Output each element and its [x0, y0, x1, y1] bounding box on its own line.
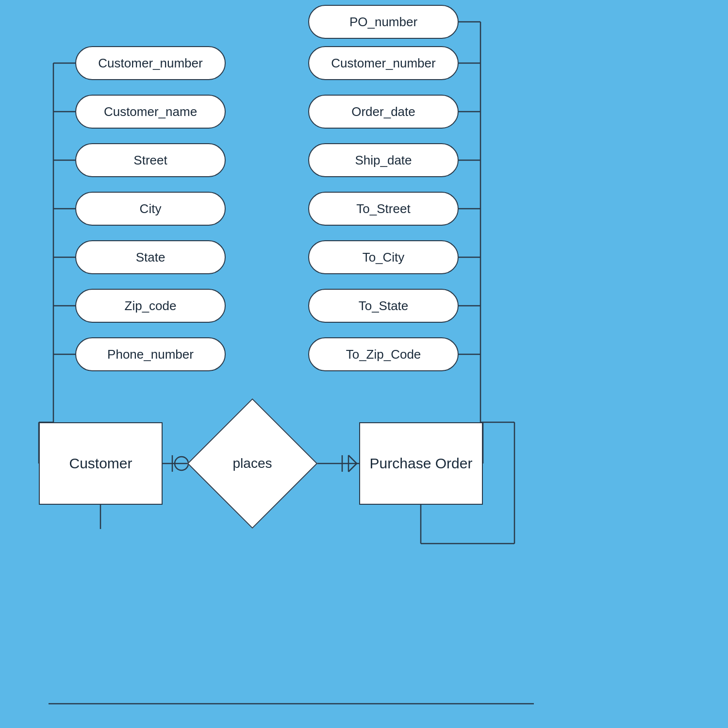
- attr-street: Street: [75, 143, 226, 177]
- po-crow-top: [348, 455, 357, 463]
- attr-po-number: PO_number: [308, 5, 459, 39]
- diagram-container: Customer_number Customer_name Street Cit…: [0, 0, 728, 728]
- entity-customer: Customer: [39, 422, 163, 505]
- attr-customer-name: Customer_name: [75, 95, 226, 129]
- attr-to-zip: To_Zip_Code: [308, 337, 459, 371]
- attr-zip-code: Zip_code: [75, 289, 226, 323]
- attr-to-city: To_City: [308, 240, 459, 274]
- attr-ord-customer-number: Customer_number: [308, 46, 459, 80]
- attr-phone-number: Phone_number: [75, 337, 226, 371]
- attr-to-street: To_Street: [308, 192, 459, 226]
- attr-city: City: [75, 192, 226, 226]
- attr-state: State: [75, 240, 226, 274]
- relationship-label: places: [233, 456, 272, 471]
- attr-customer-number: Customer_number: [75, 46, 226, 80]
- attr-order-date: Order_date: [308, 95, 459, 129]
- entity-purchase-order: Purchase Order: [359, 422, 483, 505]
- relationship-places: places: [204, 415, 301, 512]
- po-crow-bottom: [348, 463, 357, 472]
- attr-ship-date: Ship_date: [308, 143, 459, 177]
- attr-to-state: To_State: [308, 289, 459, 323]
